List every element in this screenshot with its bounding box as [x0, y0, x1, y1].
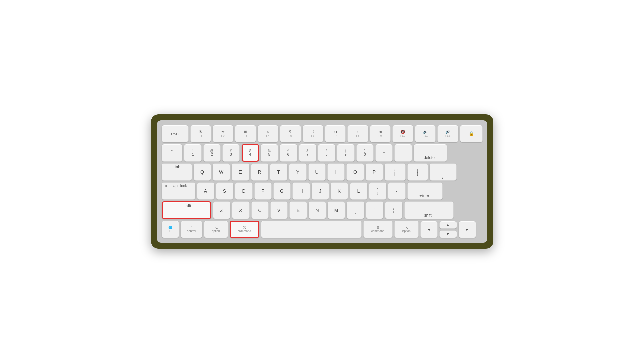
key-8[interactable]: * 8	[318, 144, 335, 162]
key-shift-left[interactable]: shift	[162, 201, 211, 219]
zxcv-row: shift Z X C V B N M < , > . ? / shift	[162, 201, 483, 219]
key-4[interactable]: $ 4	[241, 144, 259, 162]
key-command-right[interactable]: ⌘ command	[363, 221, 393, 238]
key-g[interactable]: G	[273, 182, 291, 200]
fn-row: esc ☀ F1 ☀ F2 ⊞ F3 ⌕ F4 🎙 F5	[162, 125, 483, 142]
key-esc[interactable]: esc	[162, 125, 189, 142]
key-k[interactable]: K	[331, 182, 348, 200]
arrow-key-group: ◄ ▲ ▼ ►	[420, 221, 476, 238]
caps-lock-indicator	[165, 185, 167, 187]
key-tab[interactable]: tab	[162, 163, 192, 181]
key-esc-label: esc	[171, 131, 179, 137]
qwerty-row: tab Q W E R T Y U I O P { [ } ] | \	[162, 163, 483, 181]
key-minus[interactable]: _ -	[375, 144, 393, 162]
key-f11[interactable]: 🔈 F11	[415, 125, 436, 142]
key-rbracket[interactable]: } ]	[407, 163, 428, 181]
key-1[interactable]: ! 1	[184, 144, 202, 162]
asdf-row: caps lock A S D F G H J K L : ; " ' retu…	[162, 182, 483, 200]
key-fn[interactable]: 🌐 fn	[162, 221, 179, 238]
key-shift-right[interactable]: shift	[404, 201, 454, 219]
key-return[interactable]: return	[407, 182, 443, 200]
key-i[interactable]: I	[327, 163, 345, 181]
key-o[interactable]: O	[346, 163, 364, 181]
key-lock[interactable]: 🔒	[460, 125, 483, 142]
key-equals[interactable]: + =	[394, 144, 412, 162]
key-command-left[interactable]: ⌘ command	[230, 221, 259, 238]
key-e[interactable]: E	[232, 163, 249, 181]
arrow-updown: ▲ ▼	[439, 221, 457, 238]
key-t[interactable]: T	[270, 163, 287, 181]
key-f12[interactable]: 🔊 F12	[437, 125, 458, 142]
keyboard-body: esc ☀ F1 ☀ F2 ⊞ F3 ⌕ F4 🎙 F5	[157, 120, 487, 243]
key-2[interactable]: @ 2	[203, 144, 221, 162]
key-6[interactable]: ^ 6	[280, 144, 297, 162]
key-arrow-right[interactable]: ►	[459, 221, 476, 238]
key-v[interactable]: V	[270, 201, 288, 219]
key-f5[interactable]: 🎙 F5	[280, 125, 301, 142]
key-f8[interactable]: ⏯ F8	[347, 125, 368, 142]
key-a[interactable]: A	[197, 182, 214, 200]
key-f9[interactable]: ⏭ F9	[370, 125, 391, 142]
key-u[interactable]: U	[308, 163, 326, 181]
key-7[interactable]: & 7	[299, 144, 316, 162]
key-f3[interactable]: ⊞ F3	[235, 125, 256, 142]
key-f[interactable]: F	[254, 182, 272, 200]
key-9[interactable]: ( 9	[337, 144, 355, 162]
key-5[interactable]: % 5	[261, 144, 278, 162]
number-row: ~ ` ! 1 @ 2 # 3 $ 4 % 5	[162, 144, 483, 162]
key-n[interactable]: N	[309, 201, 326, 219]
key-arrow-up[interactable]: ▲	[439, 221, 457, 229]
arrow-top-row: ◄ ▲ ▼ ►	[420, 221, 476, 238]
key-lbracket[interactable]: { [	[385, 163, 406, 181]
key-f4[interactable]: ⌕ F4	[258, 125, 278, 142]
key-y[interactable]: Y	[289, 163, 307, 181]
key-comma[interactable]: < ,	[347, 201, 364, 219]
key-f2[interactable]: ☀ F2	[213, 125, 233, 142]
key-s[interactable]: S	[216, 182, 233, 200]
key-quote[interactable]: " '	[388, 182, 406, 200]
bottom-row: 🌐 fn ^ control ⌥ option ⌘ command ⌘ comm…	[162, 221, 483, 238]
key-r[interactable]: R	[251, 163, 268, 181]
key-arrow-down[interactable]: ▼	[439, 230, 457, 238]
key-tilde[interactable]: ~ `	[162, 144, 182, 162]
key-j[interactable]: J	[312, 182, 329, 200]
key-b[interactable]: B	[289, 201, 307, 219]
key-space[interactable]	[261, 221, 362, 238]
key-semicolon[interactable]: : ;	[369, 182, 386, 200]
key-backslash[interactable]: | \	[430, 163, 457, 181]
key-f1[interactable]: ☀ F1	[190, 125, 211, 142]
key-l[interactable]: L	[350, 182, 367, 200]
key-slash[interactable]: ? /	[385, 201, 402, 219]
key-p[interactable]: P	[366, 163, 383, 181]
key-f6[interactable]: ☽ F6	[303, 125, 323, 142]
key-q[interactable]: Q	[194, 163, 211, 181]
key-option-right[interactable]: ⌥ option	[394, 221, 419, 238]
key-c[interactable]: C	[251, 201, 269, 219]
key-3[interactable]: # 3	[222, 144, 240, 162]
keyboard-wrapper: esc ☀ F1 ☀ F2 ⊞ F3 ⌕ F4 🎙 F5	[151, 114, 493, 249]
key-h[interactable]: H	[292, 182, 310, 200]
key-delete[interactable]: delete	[414, 144, 447, 162]
key-0[interactable]: ) 0	[356, 144, 374, 162]
key-x[interactable]: X	[232, 201, 250, 219]
key-control[interactable]: ^ control	[181, 221, 202, 238]
key-m[interactable]: M	[328, 201, 345, 219]
key-w[interactable]: W	[213, 163, 230, 181]
key-option-left[interactable]: ⌥ option	[204, 221, 228, 238]
key-f7[interactable]: ⏮ F7	[325, 125, 346, 142]
key-f10[interactable]: 🔇 F10	[392, 125, 413, 142]
key-period[interactable]: > .	[366, 201, 383, 219]
key-z[interactable]: Z	[213, 201, 230, 219]
key-caps-lock[interactable]: caps lock	[162, 182, 195, 200]
key-arrow-left[interactable]: ◄	[420, 221, 438, 238]
key-d[interactable]: D	[235, 182, 253, 200]
